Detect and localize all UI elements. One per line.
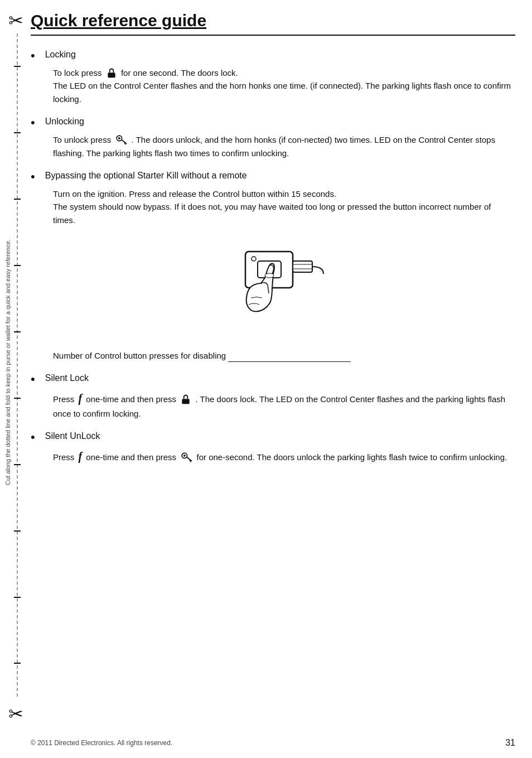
locking-bullet-item: • Locking <box>31 50 515 63</box>
unlocking-heading: Unlocking <box>45 117 84 127</box>
dash-mark <box>14 398 21 399</box>
lock-icon <box>106 67 117 79</box>
dash-mark <box>14 663 21 664</box>
locking-text-3: The LED on the Control Center flashes an… <box>53 81 511 103</box>
bypass-body: Turn on the ignition. Press and release … <box>53 187 515 226</box>
dash-mark <box>14 66 21 67</box>
bypass-heading: Bypassing the optional Starter Kill with… <box>45 171 247 181</box>
bullet-dot: • <box>31 49 35 63</box>
dash-mark <box>14 597 21 598</box>
svg-point-11 <box>265 273 274 278</box>
hand-pressing-button-svg <box>212 238 335 338</box>
bullet-dot: • <box>31 170 35 184</box>
bypass-section: • Bypassing the optional Starter Kill wi… <box>31 171 515 226</box>
locking-body: To lock press for one second. The doors … <box>53 66 515 105</box>
locking-heading: Locking <box>45 50 76 60</box>
dash-mark <box>14 464 21 465</box>
silent-unlock-body: Press f one-time and then press for one-… <box>53 448 515 465</box>
bypass-text-1: Turn on the ignition. Press and release … <box>53 189 336 199</box>
silent-lock-body: Press f one-time and then press . The do… <box>53 390 515 420</box>
bypass-text-2: The system should now bypass. If it does… <box>53 202 491 224</box>
silent-lock-heading: Silent Lock <box>45 373 89 383</box>
silent-unlock-bullet-item: • Silent UnLock <box>31 431 515 445</box>
dash-marks <box>14 33 21 697</box>
page-container: ✂ Cut along the dotted line and fold to … <box>0 0 532 758</box>
title-section: Quick reference guide <box>31 11 515 36</box>
page-title: Quick reference guide <box>31 11 206 30</box>
footer-page-number: 31 <box>505 738 515 748</box>
fill-line-section: Number of Control button presses for dis… <box>53 349 515 362</box>
svg-rect-0 <box>108 73 115 78</box>
fill-line-blank <box>228 361 351 362</box>
silent-unlock-press: Press <box>53 452 77 462</box>
unlocking-text-1: To unlock press <box>53 135 113 144</box>
side-text: Cut along the dotted line and fold to ke… <box>4 56 11 669</box>
dash-mark <box>14 530 21 532</box>
bullet-dot: • <box>31 430 35 445</box>
bullet-dot: • <box>31 372 35 387</box>
silent-lock-text-1: one-time and then press <box>86 394 178 404</box>
locking-section: • Locking To lock press for one second. … <box>31 50 515 105</box>
silent-unlock-section: • Silent UnLock Press f one-time and the… <box>31 431 515 465</box>
svg-point-2 <box>118 137 120 139</box>
svg-point-14 <box>183 455 186 457</box>
dash-mark <box>14 199 21 200</box>
svg-point-7 <box>252 257 256 261</box>
unlock-icon <box>115 134 127 146</box>
dash-mark <box>14 331 21 332</box>
dash-mark <box>14 265 21 266</box>
scissors-top-icon: ✂ <box>8 10 23 31</box>
silent-lock-section: • Silent Lock Press f one-time and then … <box>31 373 515 420</box>
locking-text-2: for one second. The doors lock. <box>121 68 238 78</box>
silent-lock-press: Press <box>53 394 77 404</box>
scissors-bottom-icon: ✂ <box>8 703 23 725</box>
unlocking-section: • Unlocking To unlock press . The doors … <box>31 117 515 160</box>
main-content: Quick reference guide • Locking To lock … <box>31 0 515 499</box>
svg-rect-12 <box>182 399 190 404</box>
bullet-dot: • <box>31 115 35 130</box>
locking-text-1: To lock press <box>53 68 104 78</box>
footer-copyright: © 2011 Directed Electronics. All rights … <box>31 739 172 747</box>
silent-unlock-text-2: for one-second. The doors unlock the par… <box>196 452 507 462</box>
f-icon: f <box>79 390 83 407</box>
silent-lock-bullet-item: • Silent Lock <box>31 373 515 387</box>
dash-mark <box>14 132 21 133</box>
unlock-icon-2 <box>180 451 192 464</box>
illustration <box>31 238 515 338</box>
lock-icon-2 <box>180 394 191 405</box>
unlocking-body: To unlock press . The doors unlock, and … <box>53 133 515 160</box>
svg-line-3 <box>122 140 127 143</box>
svg-rect-8 <box>293 261 312 272</box>
silent-unlock-text-1: one-time and then press <box>86 452 178 462</box>
fill-line-label: Number of Control button presses for dis… <box>53 351 226 360</box>
silent-unlock-heading: Silent UnLock <box>45 431 100 441</box>
svg-line-15 <box>187 457 192 461</box>
unlocking-bullet-item: • Unlocking <box>31 117 515 130</box>
bypass-bullet-item: • Bypassing the optional Starter Kill wi… <box>31 171 515 184</box>
footer: © 2011 Directed Electronics. All rights … <box>31 738 515 748</box>
f-icon-2: f <box>79 448 83 465</box>
